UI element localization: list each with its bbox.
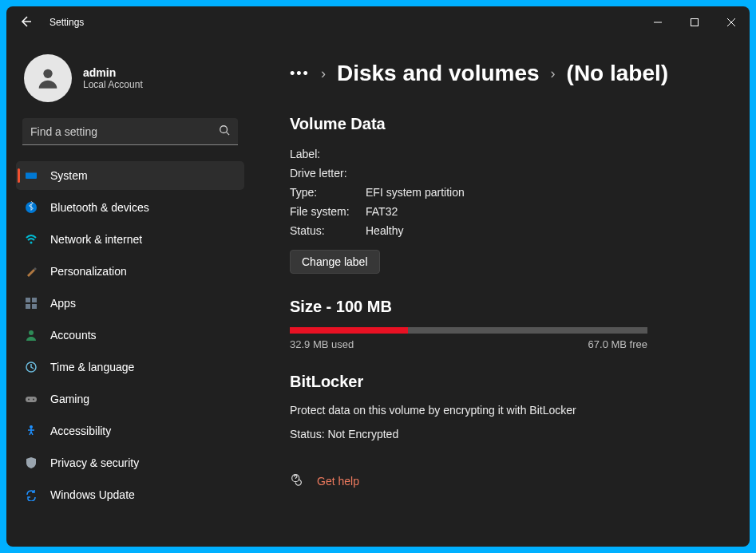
help-link[interactable]: Get help bbox=[317, 475, 359, 488]
nav-item-system[interactable]: System bbox=[16, 161, 244, 190]
close-button[interactable] bbox=[713, 10, 750, 35]
usage-bar bbox=[290, 327, 647, 334]
volume-data-list: Label: Drive letter: Type: EFI system pa… bbox=[290, 148, 726, 237]
nav-item-accounts[interactable]: Accounts bbox=[16, 321, 244, 350]
update-icon bbox=[24, 488, 38, 502]
app-title: Settings bbox=[49, 17, 84, 28]
nav-item-time[interactable]: Time & language bbox=[16, 353, 244, 381]
bitlocker-heading: BitLocker bbox=[290, 373, 726, 391]
accessibility-icon bbox=[24, 424, 38, 438]
avatar bbox=[24, 54, 72, 102]
breadcrumb-current: (No label) bbox=[567, 62, 669, 85]
breadcrumb-disks[interactable]: Disks and volumes bbox=[337, 62, 540, 85]
nav-list: System Bluetooth & devices Network & int… bbox=[16, 161, 244, 509]
minimize-button[interactable] bbox=[639, 10, 676, 35]
breadcrumb-ellipsis[interactable]: ••• bbox=[290, 65, 310, 82]
svg-point-10 bbox=[30, 242, 33, 244]
type-key: Type: bbox=[290, 186, 366, 199]
svg-line-6 bbox=[227, 132, 230, 136]
user-text: admin Local Account bbox=[83, 66, 143, 90]
label-key: Label: bbox=[290, 148, 366, 160]
bluetooth-icon bbox=[24, 200, 38, 215]
type-value: EFI system partition bbox=[366, 186, 726, 199]
nav-label: System bbox=[50, 169, 88, 182]
nav-label: Windows Update bbox=[50, 488, 135, 501]
search-row bbox=[22, 118, 238, 145]
breadcrumb: ••• › Disks and volumes › (No label) bbox=[290, 62, 726, 85]
back-button[interactable] bbox=[19, 15, 32, 30]
drive-key: Drive letter: bbox=[290, 167, 366, 180]
svg-rect-1 bbox=[691, 19, 699, 26]
svg-rect-14 bbox=[32, 304, 37, 309]
svg-point-20 bbox=[30, 425, 33, 429]
nav-label: Gaming bbox=[50, 393, 89, 405]
network-icon bbox=[24, 232, 38, 247]
label-value bbox=[366, 148, 726, 160]
user-subtitle: Local Account bbox=[83, 79, 143, 90]
nav-item-accessibility[interactable]: Accessibility bbox=[16, 417, 244, 445]
time-icon bbox=[24, 360, 38, 374]
nav-item-privacy[interactable]: Privacy & security bbox=[16, 448, 244, 477]
chevron-right-icon: › bbox=[551, 65, 556, 82]
system-icon bbox=[24, 168, 38, 183]
apps-icon bbox=[24, 296, 38, 310]
titlebar: Settings bbox=[6, 6, 750, 38]
fs-value: FAT32 bbox=[366, 205, 726, 218]
user-name: admin bbox=[83, 66, 143, 79]
privacy-icon bbox=[24, 456, 38, 470]
svg-rect-8 bbox=[26, 172, 37, 173]
svg-point-18 bbox=[28, 399, 30, 401]
personalization-icon bbox=[24, 264, 38, 278]
nav-item-update[interactable]: Windows Update bbox=[16, 480, 244, 509]
nav-label: Apps bbox=[50, 297, 76, 310]
user-block[interactable]: admin Local Account bbox=[24, 54, 244, 102]
search-input[interactable] bbox=[22, 118, 238, 145]
used-label: 32.9 MB used bbox=[290, 338, 354, 350]
svg-point-4 bbox=[43, 69, 52, 78]
bitlocker-desc: Protect data on this volume by encryptin… bbox=[290, 404, 726, 417]
nav-label: Network & internet bbox=[50, 233, 142, 246]
gaming-icon bbox=[24, 392, 38, 406]
accounts-icon bbox=[24, 328, 38, 342]
settings-window: Settings admin Local Account bbox=[6, 6, 750, 547]
window-controls bbox=[639, 10, 750, 35]
maximize-button[interactable] bbox=[676, 10, 713, 35]
change-label-button[interactable]: Change label bbox=[290, 250, 380, 274]
search-icon bbox=[219, 124, 230, 139]
nav-item-personalization[interactable]: Personalization bbox=[16, 257, 244, 286]
usage-labels: 32.9 MB used 67.0 MB free bbox=[290, 338, 647, 350]
free-label: 67.0 MB free bbox=[588, 338, 647, 350]
drive-value bbox=[366, 167, 726, 180]
nav-item-apps[interactable]: Apps bbox=[16, 289, 244, 318]
svg-point-5 bbox=[220, 126, 228, 133]
nav-label: Accessibility bbox=[50, 425, 111, 437]
svg-rect-12 bbox=[32, 298, 37, 302]
status-value: Healthy bbox=[366, 224, 726, 237]
status-key: Status: bbox=[290, 224, 366, 237]
svg-point-15 bbox=[29, 330, 34, 335]
fs-key: File system: bbox=[290, 205, 366, 218]
nav-label: Privacy & security bbox=[50, 456, 139, 469]
svg-rect-17 bbox=[26, 397, 37, 402]
help-icon bbox=[290, 472, 304, 490]
body: admin Local Account System Bluetooth & d… bbox=[6, 38, 750, 547]
nav-item-network[interactable]: Network & internet bbox=[16, 225, 244, 254]
sidebar: admin Local Account System Bluetooth & d… bbox=[6, 38, 254, 547]
nav-label: Bluetooth & devices bbox=[50, 201, 149, 214]
nav-item-bluetooth[interactable]: Bluetooth & devices bbox=[16, 193, 244, 222]
nav-item-gaming[interactable]: Gaming bbox=[16, 385, 244, 413]
svg-point-19 bbox=[33, 399, 34, 401]
content: ••• › Disks and volumes › (No label) Vol… bbox=[254, 38, 750, 547]
nav-label: Personalization bbox=[50, 265, 127, 278]
svg-rect-11 bbox=[26, 298, 30, 302]
nav-label: Accounts bbox=[50, 329, 97, 342]
help-row[interactable]: Get help bbox=[290, 472, 726, 490]
nav-label: Time & language bbox=[50, 361, 134, 373]
chevron-right-icon: › bbox=[321, 65, 326, 82]
size-heading: Size - 100 MB bbox=[290, 298, 726, 316]
svg-rect-13 bbox=[26, 304, 30, 309]
titlebar-left: Settings bbox=[19, 15, 84, 30]
usage-bar-fill bbox=[290, 327, 408, 334]
volume-data-heading: Volume Data bbox=[290, 115, 726, 133]
bitlocker-status: Status: Not Encrypted bbox=[290, 428, 726, 440]
